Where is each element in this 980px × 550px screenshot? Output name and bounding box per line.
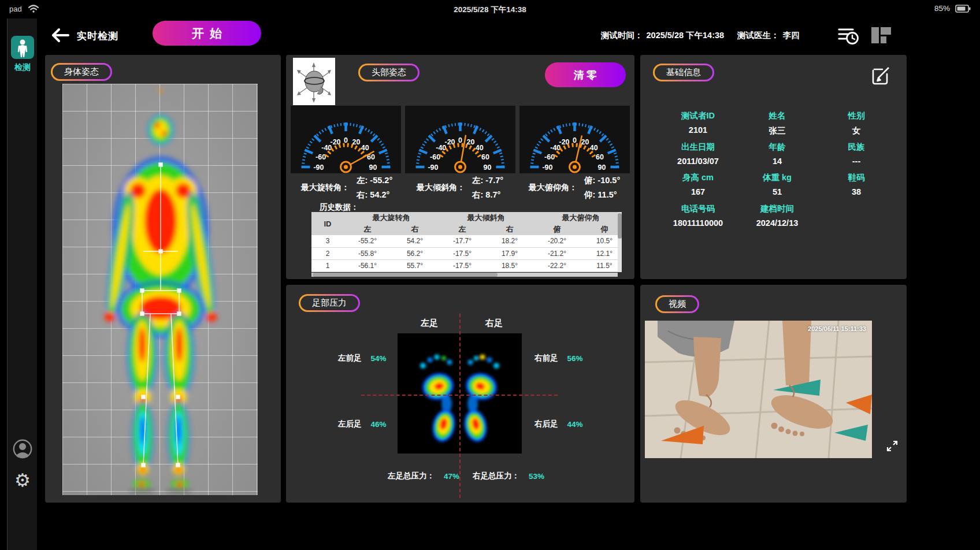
metric-right-value: 右: 8.7° xyxy=(472,189,503,200)
col-sub: 右 xyxy=(391,224,439,235)
sidebar: 检测 ⚙ xyxy=(7,18,37,550)
body-posture-title-pill: 身体姿态 xyxy=(51,63,112,81)
max-pitch-gauge: -90-60-40-20020406090 xyxy=(519,106,630,173)
col-group-rotation: 最大旋转角 xyxy=(344,212,439,224)
svg-text:40: 40 xyxy=(476,144,484,152)
svg-text:-60: -60 xyxy=(544,153,555,161)
svg-text:90: 90 xyxy=(369,163,377,172)
left-forefoot-metric: 左前足54% xyxy=(338,353,387,363)
field-label: 年龄 xyxy=(737,142,818,153)
video-title-pill: 视频 xyxy=(655,295,699,313)
svg-text:-90: -90 xyxy=(542,163,552,172)
basic-info-title: 基础信息 xyxy=(655,65,712,80)
svg-text:90: 90 xyxy=(484,163,492,172)
col-id: ID xyxy=(311,212,344,235)
col-sub: 左 xyxy=(344,224,391,235)
field-value: 18011110000 xyxy=(658,218,738,228)
clear-button[interactable]: 清零 xyxy=(545,62,626,87)
field-value: 2101 xyxy=(658,125,738,135)
left-total-pressure: 左足总压力：47% xyxy=(388,471,459,481)
test-doctor: 测试医生：李四 xyxy=(737,30,800,41)
svg-text:0: 0 xyxy=(458,136,462,144)
sidebar-item-detect[interactable] xyxy=(11,36,34,59)
test-time-value: 2025/5/28 下午14:38 xyxy=(647,31,725,40)
svg-text:20: 20 xyxy=(467,138,475,146)
svg-text:0: 0 xyxy=(344,136,348,144)
table-vertical-scrollbar[interactable] xyxy=(618,212,622,272)
svg-text:40: 40 xyxy=(590,144,598,152)
layout-grid-icon[interactable] xyxy=(870,24,892,46)
field-value: --- xyxy=(816,157,897,166)
metric-right-value: 右: 54.2° xyxy=(357,189,392,200)
col-sub: 俯 xyxy=(533,224,581,235)
video-feed: 2025/06/11 15:11:33 xyxy=(645,321,872,458)
field-value: 167 xyxy=(658,187,738,196)
body-heatmap-figure xyxy=(62,84,258,495)
right-forefoot-metric: 右前足56% xyxy=(534,353,583,363)
svg-text:20: 20 xyxy=(581,138,589,146)
table-row: 2-55.8°56.2°-17.5°17.9°-21.2°12.1° xyxy=(311,247,618,259)
back-button[interactable] xyxy=(50,27,70,44)
svg-text:-90: -90 xyxy=(313,163,324,172)
svg-text:-60: -60 xyxy=(315,153,326,161)
svg-text:60: 60 xyxy=(596,153,604,161)
table-row: 1-56.1°55.7°-17.5°18.5°-22.2°11.5° xyxy=(311,259,618,272)
video-panel: 视频 xyxy=(640,285,907,503)
field-value: 张三 xyxy=(737,125,818,136)
metric-left-value: 左: -7.7° xyxy=(472,175,503,186)
field-label: 身高 cm xyxy=(658,172,738,183)
basic-info-title-pill: 基础信息 xyxy=(653,64,714,81)
metric-label: 最大旋转角： xyxy=(301,183,350,193)
head-posture-panel: 头部姿态 清零 -90-60-40-20020406090 -90-60-40-… xyxy=(286,55,634,279)
edit-icon[interactable] xyxy=(870,65,890,86)
crosshair-vertical xyxy=(459,314,461,498)
statusbar-datetime: 2025/5/28 下午14:38 xyxy=(0,5,980,15)
body-posture-panel: 身体姿态 xyxy=(45,55,281,503)
max-pitch-metric: 最大俯仰角： 俯: -10.5° 仰: 11.5° xyxy=(529,175,620,200)
field-label: 性别 xyxy=(816,110,897,121)
svg-text:0: 0 xyxy=(573,136,577,144)
max-tilt-gauge: -90-60-40-20020406090 xyxy=(405,106,515,173)
svg-text:90: 90 xyxy=(598,163,606,172)
body-posture-title: 身体姿态 xyxy=(53,65,110,79)
metric-left-value: 左: -55.2° xyxy=(357,175,392,186)
metric-label: 最大倾斜角： xyxy=(417,183,465,193)
settings-gear-icon[interactable]: ⚙ xyxy=(11,469,34,492)
max-tilt-metric: 最大倾斜角： 左: -7.7° 右: 8.7° xyxy=(417,175,503,200)
battery-percent: 85% xyxy=(934,4,950,13)
start-button[interactable]: 开始 xyxy=(153,21,261,46)
sidebar-item-detect-label: 检测 xyxy=(8,62,38,73)
field-label: 建档时间 xyxy=(737,203,818,214)
metric-pitch-down-value: 俯: -10.5° xyxy=(584,175,620,186)
foot-pressure-title-pill: 足部压力 xyxy=(299,294,360,312)
field-label: 民族 xyxy=(816,142,897,153)
table-horizontal-scrollbar[interactable] xyxy=(311,273,618,277)
head-posture-title-pill: 头部姿态 xyxy=(358,64,420,81)
fullscreen-expand-icon[interactable] xyxy=(886,440,899,452)
test-time: 测试时间：2025/5/28 下午14:38 xyxy=(601,30,724,41)
right-total-pressure: 右足总压力：53% xyxy=(473,471,544,481)
video-timestamp: 2025/06/11 15:11:33 xyxy=(808,325,866,332)
page-title: 实时检测 xyxy=(77,29,118,43)
foot-pressure-panel: 足部压力 左足 右足 xyxy=(286,285,634,503)
col-group-tilt: 最大倾斜角 xyxy=(439,212,533,224)
header: 实时检测 开始 测试时间：2025/5/28 下午14:38 测试医生：李四 xyxy=(0,18,980,53)
status-bar: pad 2025/5/28 下午14:38 85% xyxy=(0,0,980,18)
field-value: 38 xyxy=(816,187,897,196)
col-group-pitch: 最大俯仰角 xyxy=(533,212,618,224)
field-value: 女 xyxy=(816,125,897,136)
col-sub: 右 xyxy=(486,224,533,235)
field-value: 2011/03/07 xyxy=(658,157,738,166)
history-report-icon[interactable] xyxy=(837,24,859,46)
basic-info-panel: 基础信息 测试者ID 姓名 性别 2101 张三 女 出生日期 年龄 民族 20… xyxy=(640,55,907,279)
col-sub: 仰 xyxy=(581,224,618,235)
right-rearfoot-metric: 右后足44% xyxy=(534,419,583,429)
right-foot-label: 右足 xyxy=(468,318,520,329)
field-label: 测试者ID xyxy=(658,110,738,121)
left-rearfoot-metric: 左后足46% xyxy=(338,419,387,429)
field-label: 鞋码 xyxy=(816,172,897,183)
max-rotation-metric: 最大旋转角： 左: -55.2° 右: 54.2° xyxy=(301,175,392,200)
foot-pressure-title: 足部压力 xyxy=(300,296,358,310)
svg-text:40: 40 xyxy=(361,144,369,152)
user-profile-icon[interactable] xyxy=(13,439,32,459)
